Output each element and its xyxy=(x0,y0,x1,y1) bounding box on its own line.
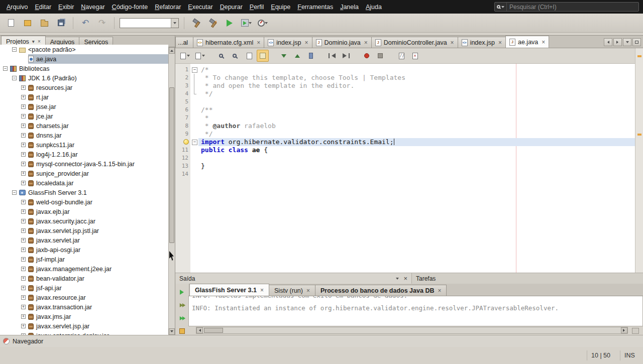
expand-icon[interactable]: + xyxy=(21,219,26,223)
output-text[interactable]: INFO: Tabelas implementadas com êxito em… xyxy=(188,296,643,326)
expand-icon[interactable]: + xyxy=(21,162,26,166)
tree-item-weld-osgi-bundle-jar[interactable]: +weld-osgi-bundle.jar xyxy=(0,197,168,207)
tree-item-log4j-1-2-16-jar[interactable]: +log4j-1.2.16.jar xyxy=(0,150,168,159)
tree-item-bibliotecas[interactable]: −Bibliotecas xyxy=(0,64,168,73)
expand-icon[interactable]: + xyxy=(21,286,26,290)
tree-item-jce-jar[interactable]: +jce.jar xyxy=(0,111,168,121)
configuration-combo[interactable] xyxy=(120,18,179,28)
scroll-left-button[interactable] xyxy=(196,327,203,333)
tree-item-javax-management-j2ee-jar[interactable]: +javax.management.j2ee.jar xyxy=(0,264,168,274)
fold-collapse-icon[interactable] xyxy=(190,138,198,146)
expand-icon[interactable]: + xyxy=(21,209,26,214)
quick-search-box[interactable] xyxy=(494,2,639,12)
warning-mark[interactable] xyxy=(637,55,641,57)
expand-icon[interactable]: + xyxy=(21,104,26,109)
expand-icon[interactable]: + xyxy=(21,133,26,138)
comment-icon[interactable] xyxy=(395,50,407,62)
maximize-window-button[interactable] xyxy=(632,38,641,46)
previous-occurrence-icon[interactable] xyxy=(291,50,303,62)
restart-button[interactable] xyxy=(177,315,186,322)
close-tab-icon[interactable]: × xyxy=(542,39,545,45)
menu-depurar[interactable]: Depurar xyxy=(217,4,246,11)
tree-item-jdk-1-6-padr-o[interactable]: −JDK 1.6 (Padrão) xyxy=(0,73,168,83)
tree-item-dnsns-jar[interactable]: +dnsns.jar xyxy=(0,131,168,140)
tree-item-ae-java[interactable]: ae.java xyxy=(0,54,168,64)
close-tab-icon[interactable]: × xyxy=(257,40,260,46)
editor-tab-dominio-java[interactable]: Dominio.java× xyxy=(312,37,372,48)
close-tab-icon[interactable]: × xyxy=(260,287,264,293)
build-project-button[interactable] xyxy=(189,16,203,30)
editor-tab-dominiocontroller-java[interactable]: DominioController.java× xyxy=(371,37,458,48)
expand-icon[interactable]: + xyxy=(21,85,26,90)
tree-item-localedata-jar[interactable]: +localedata.jar xyxy=(0,178,168,188)
tree-item-javax-transaction-jar[interactable]: +javax.transaction.jar xyxy=(0,302,168,312)
tree-item-pacote-padr-o[interactable]: −<pacote padrão> xyxy=(0,45,168,54)
expand-icon[interactable]: + xyxy=(21,267,26,271)
expand-icon[interactable]: + xyxy=(21,228,26,233)
tree-item-jsf-api-jar[interactable]: +jsf-api.jar xyxy=(0,283,168,293)
expand-icon[interactable]: + xyxy=(21,238,26,242)
hint-bulb-icon[interactable] xyxy=(183,139,189,145)
rerun-dirty-button[interactable] xyxy=(177,302,186,309)
expand-icon[interactable]: + xyxy=(21,124,26,128)
clean-and-build-button[interactable] xyxy=(206,16,220,30)
tree-item-sunjce-provider-jar[interactable]: +sunjce_provider.jar xyxy=(0,169,168,178)
expand-icon[interactable]: + xyxy=(21,257,26,262)
warning-mark[interactable] xyxy=(637,134,641,136)
menu-navegar[interactable]: Navegar xyxy=(77,4,108,11)
expand-icon[interactable]: + xyxy=(21,314,26,319)
tree-item-jaxb-api-osgi-jar[interactable]: +jaxb-api-osgi.jar xyxy=(0,245,168,255)
output-hscrollbar[interactable] xyxy=(196,327,628,334)
menu-executar[interactable]: Executar xyxy=(184,4,216,11)
output-filter-dropdown-icon[interactable] xyxy=(396,278,399,281)
close-icon[interactable]: × xyxy=(38,39,41,44)
output-tab-sistv-run[interactable]: Sistv (run)× xyxy=(269,285,315,296)
close-tab-icon[interactable]: × xyxy=(306,288,310,294)
expand-icon[interactable]: + xyxy=(21,114,26,118)
output-tab-glassfish-server-3-1[interactable]: GlassFish Server 3.1× xyxy=(189,284,269,296)
tree-item-glassfish-server-3-1[interactable]: −GlassFish Server 3.1 xyxy=(0,188,168,197)
tree-item-jsf-impl-jar[interactable]: +jsf-impl.jar xyxy=(0,255,168,264)
navigator-bar[interactable]: Navegador xyxy=(0,335,643,347)
profile-project-button[interactable] xyxy=(256,16,270,30)
tree-item-jsse-jar[interactable]: +jsse.jar xyxy=(0,102,168,111)
collapse-icon[interactable]: − xyxy=(3,66,8,71)
stop-macro-recording-icon[interactable] xyxy=(374,50,386,62)
save-all-button[interactable] xyxy=(54,16,68,30)
find-in-file-icon[interactable] xyxy=(230,50,242,62)
editor-tab-ae-java[interactable]: ae.java× xyxy=(505,36,549,48)
clear-button[interactable] xyxy=(177,327,186,335)
editor-tab-al[interactable]: ...al xyxy=(175,37,193,48)
tree-item-mysql-connector-java-5-1-15-bin-jar[interactable]: +mysql-connector-java-5.1.15-bin.jar xyxy=(0,159,168,169)
scroll-down-button[interactable] xyxy=(169,328,175,335)
scroll-tabs-left-button[interactable] xyxy=(604,38,612,46)
code-editor[interactable]: 1/*2 * To change this template, choose T… xyxy=(175,64,635,273)
resize-grip[interactable] xyxy=(632,328,639,334)
tree-item-javax-servlet-jsp-jstl-jar[interactable]: +javax.servlet.jsp.jstl.jar xyxy=(0,226,168,235)
close-tab-icon[interactable]: × xyxy=(364,40,368,46)
expand-icon[interactable]: + xyxy=(21,295,26,300)
tree-item-bean-validator-jar[interactable]: +bean-validator.jar xyxy=(0,274,168,283)
expand-icon[interactable]: + xyxy=(21,276,26,281)
new-project-button[interactable] xyxy=(21,16,35,30)
menu-ferramentas[interactable]: Ferramentas xyxy=(294,4,337,11)
toggle-bookmark-icon[interactable] xyxy=(305,50,317,62)
menu-arquivo[interactable]: Arquivo xyxy=(3,4,31,11)
tree-item-javax-security-jacc-jar[interactable]: +javax.security.jacc.jar xyxy=(0,216,168,226)
search-icon[interactable] xyxy=(495,3,507,11)
menu-refatorar[interactable]: Refatorar xyxy=(151,4,184,11)
close-tab-icon[interactable]: × xyxy=(305,40,308,46)
menu-ajuda[interactable]: Ajuda xyxy=(362,4,385,11)
menu-exibir[interactable]: Exibir xyxy=(55,4,77,11)
output-header[interactable]: Saída × xyxy=(175,273,412,284)
tree-item-javax-enterprise-deploy-jar[interactable]: +javax.enterprise.deploy.jar xyxy=(0,331,168,335)
menu-editar[interactable]: Editar xyxy=(31,4,55,11)
output-tab-processo-do-banco-de-dados-java-db[interactable]: Processo do banco de dados Java DB× xyxy=(315,285,447,296)
search-input[interactable] xyxy=(507,4,638,11)
scrollbar-thumb[interactable] xyxy=(204,328,223,333)
uncomment-icon[interactable] xyxy=(409,50,421,62)
redo-button[interactable]: ↷ xyxy=(95,16,109,30)
tree-scrollbar[interactable] xyxy=(168,47,175,335)
toggle-highlight-search-icon[interactable] xyxy=(257,50,269,62)
tree-item-javax-jms-jar[interactable]: +javax.jms.jar xyxy=(0,312,168,321)
